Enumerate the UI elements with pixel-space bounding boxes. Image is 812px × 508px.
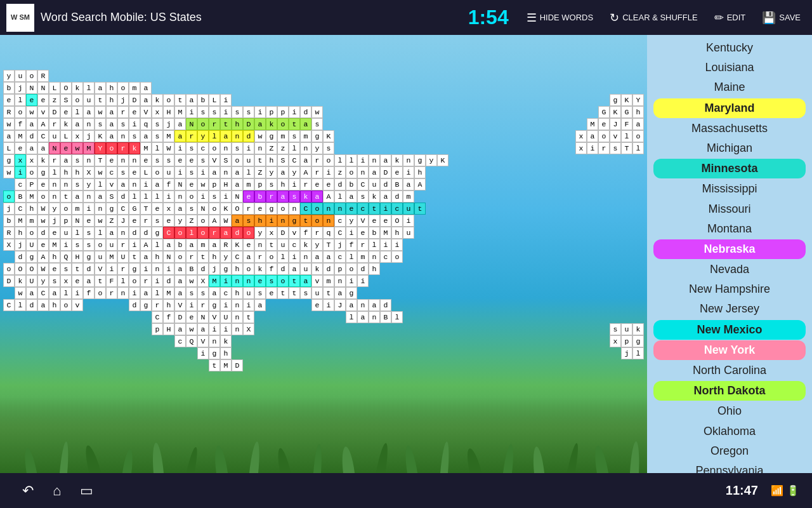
cell[interactable]: w [197,178,209,190]
cell[interactable]: l [346,251,357,263]
cell[interactable]: k [220,335,232,347]
cell[interactable]: h [277,178,289,190]
cell[interactable]: a [26,118,37,130]
cell[interactable]: h [232,118,243,130]
cell[interactable]: j [117,94,129,106]
cell[interactable]: C [357,178,369,190]
cell[interactable]: n [369,251,380,263]
cell[interactable]: C [152,311,163,323]
cell[interactable]: a [37,142,49,154]
cell[interactable]: n [243,275,254,287]
cell[interactable]: s [300,287,311,299]
cell[interactable]: M [163,130,174,142]
cell[interactable]: f [163,178,174,190]
cell[interactable]: D [3,275,15,287]
cell[interactable]: a [174,263,186,275]
cell[interactable]: o [197,227,209,239]
cell[interactable]: c [220,287,232,299]
cell[interactable]: h [220,347,232,359]
cell[interactable]: k [300,239,311,251]
cell[interactable]: C [163,227,174,239]
cell[interactable]: W [37,203,49,215]
cell[interactable]: a [174,118,186,130]
cell[interactable]: V [209,154,220,166]
cell[interactable]: b [3,215,15,227]
cell[interactable]: f [15,118,26,130]
cell[interactable]: k [266,118,277,130]
cell[interactable]: a [95,190,106,203]
cell[interactable]: y [220,251,232,263]
cell[interactable]: c [289,239,300,251]
cell[interactable]: e [163,215,174,227]
cell[interactable]: d [83,263,95,275]
cell[interactable]: a [277,190,289,203]
cell[interactable]: w [186,323,197,335]
cell[interactable]: C [3,299,15,311]
cell[interactable]: M [587,118,598,130]
cell[interactable]: H [220,178,232,190]
cell[interactable]: r [209,118,220,130]
cell[interactable]: a [174,275,186,287]
cell[interactable]: N [174,178,186,190]
cell[interactable]: T [140,203,152,215]
cell[interactable]: n [323,215,334,227]
cell[interactable]: h [254,215,266,227]
cell[interactable]: m [277,130,289,142]
cell[interactable]: S [220,154,232,166]
cell[interactable]: a [209,239,220,251]
cell[interactable]: H [163,323,174,335]
cell[interactable]: s [83,239,95,251]
cell[interactable]: a [186,239,197,251]
cell[interactable]: n [334,275,346,287]
cell[interactable]: a [289,263,300,275]
cell[interactable]: x [610,335,621,347]
cell[interactable]: s [152,215,163,227]
cell[interactable]: e [49,263,60,275]
cell[interactable]: o [60,299,72,311]
cell[interactable]: a [60,154,72,166]
cell[interactable]: a [174,130,186,142]
cell[interactable]: j [621,347,632,359]
cell[interactable]: a [26,287,37,299]
cell[interactable]: o [232,154,243,166]
cell[interactable]: e [311,178,323,190]
cell[interactable]: i [346,275,357,287]
cell[interactable]: M [26,190,37,203]
cell[interactable]: u [163,166,174,178]
cell[interactable]: s [610,142,621,154]
cell[interactable]: g [37,166,49,178]
cell[interactable]: y [266,166,277,178]
cell[interactable]: M [140,142,152,154]
cell[interactable]: n [323,203,334,215]
cell[interactable]: e [129,106,140,118]
cell[interactable]: m [323,275,334,287]
cell[interactable]: L [140,166,152,178]
cell[interactable]: e [26,94,37,106]
cell[interactable]: x [152,106,163,118]
cell[interactable]: G [621,106,632,118]
cell[interactable]: L [209,94,220,106]
cell[interactable]: a [243,251,254,263]
cell[interactable]: e [254,203,266,215]
cell[interactable]: d [300,106,311,118]
cell[interactable]: K [232,239,243,251]
cell[interactable]: r [311,166,323,178]
cell[interactable]: d [380,178,391,190]
cell[interactable]: g [83,251,95,263]
cell[interactable]: b [254,190,266,203]
cell[interactable]: T [323,239,334,251]
cell[interactable]: t [289,287,300,299]
cell[interactable]: g [3,154,15,166]
cell[interactable]: a [117,178,129,190]
cell[interactable]: t [277,287,289,299]
cell[interactable]: l [49,166,60,178]
cell[interactable]: o [277,275,289,287]
cell[interactable]: N [72,215,83,227]
cell[interactable]: i [323,299,334,311]
cell[interactable]: n [117,227,129,239]
cell[interactable]: k [300,190,311,203]
cell[interactable]: t [209,359,220,371]
cell[interactable]: L [49,82,60,94]
cell[interactable]: M [209,275,220,287]
cell[interactable]: a [49,287,60,299]
